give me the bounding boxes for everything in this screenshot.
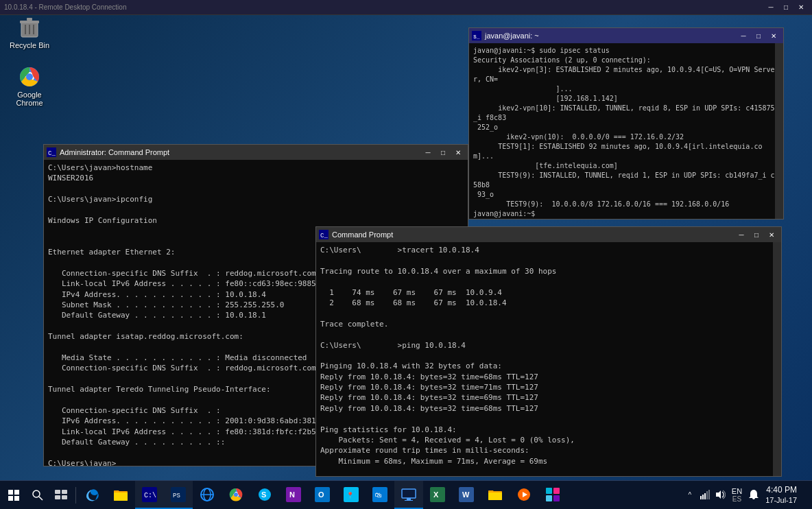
taskbar-excel-button[interactable]: X	[423, 481, 452, 509]
ssh-terminal-title: javan@javani: ~	[485, 32, 737, 40]
clock-area[interactable]: 4:40 PM 17-Jul-17	[763, 484, 800, 507]
taskbar-outlook-button[interactable]: O	[308, 481, 337, 509]
svg-text:C_: C_	[48, 150, 56, 157]
svg-rect-62	[700, 496, 702, 499]
taskbar-ie-button[interactable]	[193, 481, 222, 509]
word-icon: W	[459, 487, 474, 502]
tracert-minimize-button[interactable]: ─	[735, 229, 748, 240]
svg-rect-16	[14, 490, 19, 495]
svg-rect-21	[55, 490, 60, 494]
taskbar-right-area: ^ EN ES	[678, 484, 812, 507]
svg-rect-59	[553, 488, 560, 494]
taskbar-maps-button[interactable]: 📍	[337, 481, 366, 509]
ssh-terminal-body[interactable]: javan@javani:~$ sudo ipsec status Securi…	[469, 43, 783, 219]
svg-text:O: O	[318, 490, 324, 499]
edge-icon	[84, 487, 99, 502]
powershell-icon: PS	[171, 487, 186, 502]
tracert-cmd-titlebar: C_ Command Prompt ─ □ ✕	[316, 227, 781, 242]
admin-cmd-close-button[interactable]: ✕	[451, 147, 465, 158]
rdp-close-button[interactable]: ✕	[794, 2, 808, 13]
svg-text:📍: 📍	[346, 491, 355, 499]
taskbar-chrome-button[interactable]	[222, 481, 250, 509]
taskbar-separator-1	[75, 487, 76, 504]
svg-text:N: N	[289, 490, 295, 499]
taskbar-edge-button[interactable]	[77, 481, 106, 509]
ssh-terminal-window: $_ javan@javani: ~ ─ □ ✕ javan@javani:~$…	[468, 27, 784, 220]
rdp-titlebar: 10.0.18.4 - Remote Desktop Connection ─ …	[0, 0, 812, 15]
tracert-close-button[interactable]: ✕	[765, 229, 778, 240]
tracert-cmd-title: Command Prompt	[332, 230, 735, 239]
svg-text:W: W	[462, 490, 470, 499]
task-view-icon	[55, 490, 67, 499]
svg-text:C:\: C:\	[144, 492, 156, 499]
ssh-terminal-titlebar: $_ javan@javani: ~ ─ □ ✕	[469, 28, 783, 43]
taskbar-store-button[interactable]: 🛍	[366, 481, 394, 509]
svg-rect-18	[14, 496, 19, 501]
svg-rect-2	[27, 18, 32, 21]
tray-expand-button[interactable]: ^	[684, 488, 696, 501]
remote-icon	[401, 487, 416, 502]
svg-rect-58	[546, 488, 552, 494]
taskbar-app-button[interactable]	[538, 481, 567, 509]
svg-text:PS: PS	[173, 493, 180, 499]
svg-text:C_: C_	[320, 233, 328, 239]
tracert-maximize-button[interactable]: □	[750, 229, 763, 240]
svg-rect-61	[553, 495, 560, 501]
notification-icon[interactable]	[748, 488, 760, 501]
svg-text:$_: $_	[473, 34, 480, 40]
taskbar-word-button[interactable]: W	[452, 481, 481, 509]
ssh-minimize-button[interactable]: ─	[737, 30, 750, 41]
svg-rect-22	[62, 490, 67, 494]
tracert-cmd-content: C:\Users\ >tracert 10.0.18.4 Tracing rou…	[320, 245, 777, 476]
volume-icon[interactable]	[714, 488, 726, 501]
taskbar-onenote-button[interactable]: N	[279, 481, 308, 509]
rdp-maximize-button[interactable]: □	[779, 2, 793, 13]
start-button[interactable]	[0, 481, 27, 509]
svg-rect-49	[405, 500, 413, 501]
task-view-button[interactable]	[48, 481, 74, 509]
taskbar-powershell-button[interactable]: PS	[164, 481, 193, 509]
recycle-bin-image	[19, 16, 40, 38]
ie-icon	[200, 487, 215, 502]
excel-icon: X	[430, 487, 445, 502]
bell-icon	[748, 489, 759, 500]
taskbar-cmd-button[interactable]: C:\	[135, 481, 164, 509]
store-icon: 🛍	[372, 487, 387, 502]
folder-icon	[488, 488, 503, 501]
outlook-icon: O	[315, 487, 330, 502]
admin-cmd-minimize-button[interactable]: ─	[421, 147, 435, 158]
tracert-cmd-body[interactable]: C:\Users\ >tracert 10.0.18.4 Tracing rou…	[316, 242, 781, 476]
taskbar-search-button[interactable]	[27, 481, 48, 509]
admin-cmd-title: Administrator: Command Prompt	[60, 148, 421, 156]
svg-text:S: S	[261, 490, 266, 499]
svg-marker-67	[716, 490, 721, 499]
chrome-taskbar-icon	[228, 487, 243, 502]
taskbar-folder-button[interactable]	[481, 481, 510, 509]
admin-cmd-maximize-button[interactable]: □	[436, 147, 450, 158]
ssh-terminal-controls: ─ □ ✕	[737, 30, 780, 41]
ssh-close-button[interactable]: ✕	[767, 30, 780, 41]
search-icon	[32, 490, 43, 501]
recycle-bin-icon[interactable]: Recycle Bin	[5, 14, 53, 52]
language-selector[interactable]: EN ES	[729, 487, 745, 503]
taskbar-media-button[interactable]	[510, 481, 538, 509]
taskbar-skype-button[interactable]: S	[250, 481, 279, 509]
rdp-minimize-button[interactable]: ─	[764, 2, 778, 13]
taskbar-remote-button[interactable]	[394, 481, 423, 509]
ssh-maximize-button[interactable]: □	[752, 30, 765, 41]
recycle-bin-label: Recycle Bin	[10, 41, 49, 49]
svg-rect-17	[8, 496, 13, 501]
app-icon	[545, 487, 560, 502]
ssh-terminal-content: javan@javani:~$ sudo ipsec status Securi…	[473, 46, 779, 219]
rdp-title: 10.0.18.4 - Remote Desktop Connection	[4, 3, 126, 11]
taskbar-explorer-button[interactable]	[106, 481, 135, 509]
ssh-scrollbar[interactable]	[775, 43, 783, 219]
onenote-icon: N	[286, 487, 301, 502]
svg-rect-63	[702, 495, 704, 499]
svg-rect-64	[704, 493, 706, 499]
network-icon[interactable]	[699, 488, 711, 501]
chrome-icon[interactable]: Google Chrome	[5, 63, 53, 110]
tracert-scrollbar[interactable]	[773, 242, 781, 476]
svg-rect-48	[407, 498, 411, 500]
explorer-icon	[113, 487, 128, 502]
